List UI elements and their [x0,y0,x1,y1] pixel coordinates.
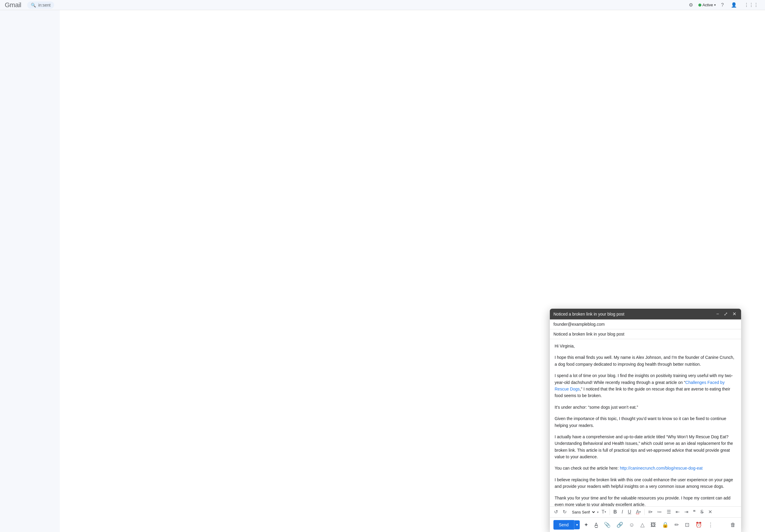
align-chevron: ▾ [651,510,652,513]
schedule-send-button[interactable]: ⏰ [694,520,704,529]
help-button[interactable]: ? [719,1,726,9]
text-color-button[interactable]: A ▾ [634,508,642,516]
top-bar: Gmail 🔍 in:sent ⚙ Active ▾ ? 👤 ⋮⋮⋮ [0,0,765,10]
to-field[interactable]: founder@exampleblog.com [550,320,741,329]
contacts-icon[interactable]: 👤 [729,1,739,9]
send-button-group: Send ▾ [553,520,580,530]
active-status: Active ▾ [698,3,716,7]
para2-after-link: ,” I noticed that the link to the guide … [555,387,730,398]
subject-text: Noticed a broken link in your blog post [553,332,624,337]
compose-window: Noticed a broken link in your blog post … [550,309,741,532]
send-dropdown-button[interactable]: ▾ [574,520,580,529]
send-button[interactable]: Send [553,520,574,530]
ordered-list-button[interactable]: ≔ [655,508,664,516]
para1: I hope this email finds you well. My nam… [555,354,736,368]
align-button[interactable]: ≡ ▾ [646,508,654,516]
font-size-button[interactable]: T ▾ [600,508,608,516]
lock-button[interactable]: 🔒 [660,520,670,529]
drive-button[interactable]: △ [639,520,646,529]
gmail-logo: Gmail [5,1,21,9]
signature-button[interactable]: ✏ [673,520,681,529]
para4: Given the importance of this topic, I th… [555,415,736,429]
search-icon: 🔍 [31,3,36,7]
chevron-down-icon: ▾ [714,3,716,7]
para6: You can check out the article here: http… [555,465,736,471]
settings-icon[interactable]: ⚙ [687,1,695,9]
undo-button[interactable]: ↺ [552,508,560,516]
greeting: Hi Virginia, [555,343,736,349]
active-label: Active [703,3,713,7]
toggle-button[interactable]: ⊡ [683,520,691,529]
more-options-button[interactable]: ⋮ [706,520,715,529]
indent-more-button[interactable]: ⇥ [682,508,690,516]
subject-field[interactable]: Noticed a broken link in your blog post [550,329,741,339]
top-bar-right: ⚙ Active ▾ ? 👤 ⋮⋮⋮ [687,1,760,9]
color-chevron: ▾ [639,510,641,513]
para7: I believe replacing the broken link with… [555,476,736,490]
search-text: in:sent [38,3,51,7]
clear-formatting-button[interactable]: ✕ [706,508,714,516]
para3: It’s under anchor: “some dogs just won’t… [555,404,736,410]
ai-compose-button[interactable]: ✦ [582,520,590,529]
to-address: founder@exampleblog.com [553,322,604,327]
strikethrough-button[interactable]: S̶ [699,508,705,516]
indent-less-button[interactable]: ⇤ [674,508,681,516]
format-text-button[interactable]: A̲ [593,520,600,529]
compose-header: Noticed a broken link in your blog post … [550,309,741,320]
underline-button[interactable]: U [626,508,633,516]
unordered-list-button[interactable]: ☰ [665,508,673,516]
grid-apps-icon[interactable]: ⋮⋮⋮ [742,1,760,9]
close-compose-button[interactable]: ✕ [731,311,737,317]
para5: I actually have a comprehensive and up-t… [555,433,736,460]
search-bar[interactable]: 🔍 in:sent [27,1,54,9]
minimize-button[interactable]: − [715,311,720,317]
compose-actions-bar: Send ▾ ✦ A̲ 📎 🔗 ☺ △ 🖼 🔒 ✏ ⊡ ⏰ ⋮ 🗑 [550,517,741,532]
compose-title: Noticed a broken link in your blog post [553,312,624,317]
redo-button[interactable]: ↻ [561,508,568,516]
active-dot [698,4,701,7]
insert-photo-button[interactable]: 🖼 [649,521,658,529]
discard-button[interactable]: 🗑 [729,521,737,529]
article-link[interactable]: http://caninecrunch.com/blog/rescue-dog-… [620,466,703,470]
para2: I spend a lot of time on your blog. I fi… [555,372,736,399]
para8: Thank you for your time and for the valu… [555,495,736,506]
sidebar-background [0,10,60,532]
font-chevron: ▾ [597,510,598,514]
separator2 [644,509,645,515]
compose-header-actions: − ⤢ ✕ [715,311,737,317]
italic-button[interactable]: I [620,508,624,516]
formatting-toolbar: ↺ ↻ Sans Serif ▾ T ▾ B I U A ▾ ≡ ▾ ≔ ☰ ⇤… [550,506,741,517]
para6-before-link: You can check out the article here: [555,466,620,470]
bold-button[interactable]: B [612,508,619,516]
attach-file-button[interactable]: 📎 [602,520,612,529]
compose-fields: founder@exampleblog.com Noticed a broken… [550,320,741,339]
font-family-select[interactable]: Sans Serif [569,509,596,515]
insert-link-button[interactable]: 🔗 [615,520,625,529]
expand-button[interactable]: ⤢ [723,311,729,317]
separator1 [610,509,610,515]
compose-body[interactable]: Hi Virginia, I hope this email finds you… [550,339,741,506]
font-size-chevron: ▾ [604,510,606,513]
insert-emoji-button[interactable]: ☺ [627,521,636,529]
quote-button[interactable]: ❝ [691,508,697,516]
